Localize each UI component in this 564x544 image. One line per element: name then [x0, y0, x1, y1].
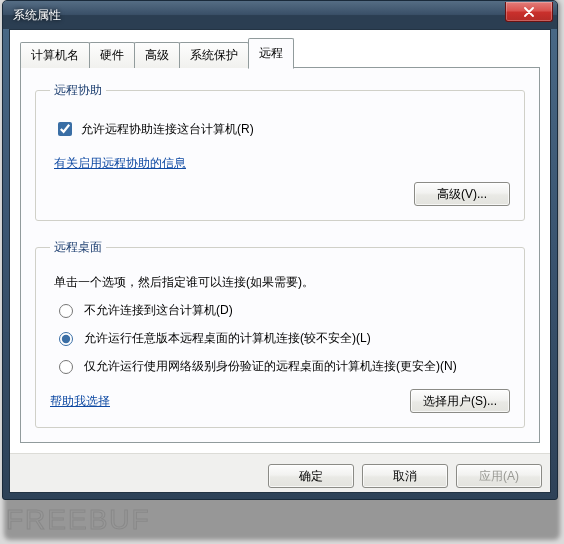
apply-button[interactable]: 应用(A) [456, 464, 542, 488]
tab-strip: 计算机名 硬件 高级 系统保护 远程 [20, 38, 540, 68]
tab-label: 硬件 [100, 48, 124, 62]
tab-label: 计算机名 [31, 48, 79, 62]
client-area: 计算机名 硬件 高级 系统保护 远程 远程协助 允许远程协助连接这台计算机(R)… [9, 29, 551, 493]
tab-label: 系统保护 [190, 48, 238, 62]
allow-remote-assist-label[interactable]: 允许远程协助连接这台计算机(R) [81, 121, 254, 138]
rd-option-label[interactable]: 仅允许运行使用网络级别身份验证的远程桌面的计算机连接(更安全)(N) [84, 357, 457, 375]
titlebar[interactable]: 系统属性 [3, 1, 557, 29]
help-me-choose-link[interactable]: 帮助我选择 [50, 393, 110, 410]
remote-assist-info-link[interactable]: 有关启用远程协助的信息 [54, 156, 186, 170]
tab-system-protection[interactable]: 系统保护 [179, 42, 249, 68]
remote-desktop-description: 单击一个选项，然后指定谁可以连接(如果需要)。 [54, 274, 510, 291]
cancel-button[interactable]: 取消 [362, 464, 448, 488]
rd-option-any-version[interactable] [59, 332, 73, 346]
group-remote-desktop: 远程桌面 单击一个选项，然后指定谁可以连接(如果需要)。 不允许连接到这台计算机… [35, 239, 525, 428]
ok-button[interactable]: 确定 [268, 464, 354, 488]
tab-panel-remote: 远程协助 允许远程协助连接这台计算机(R) 有关启用远程协助的信息 高级(V).… [20, 67, 540, 443]
dialog-button-row: 确定 取消 应用(A) [10, 453, 550, 492]
system-properties-window: 系统属性 计算机名 硬件 高级 系统保护 远程 远程协助 允许远程协助连接这台计… [2, 0, 558, 500]
window-title: 系统属性 [13, 7, 61, 24]
group-legend: 远程协助 [50, 82, 106, 99]
group-legend: 远程桌面 [50, 239, 106, 256]
remote-assist-advanced-button[interactable]: 高级(V)... [414, 182, 510, 206]
tab-label: 远程 [259, 46, 283, 60]
allow-remote-assist-checkbox[interactable] [58, 122, 72, 136]
rd-option-label[interactable]: 不允许连接到这台计算机(D) [84, 301, 233, 319]
rd-option-nla-only[interactable] [59, 360, 73, 374]
close-icon [523, 7, 535, 17]
rd-option-label[interactable]: 允许运行任意版本远程桌面的计算机连接(较不安全)(L) [84, 329, 371, 347]
group-remote-assist: 远程协助 允许远程协助连接这台计算机(R) 有关启用远程协助的信息 高级(V).… [35, 82, 525, 221]
select-users-button[interactable]: 选择用户(S)... [410, 389, 510, 413]
tab-advanced[interactable]: 高级 [134, 42, 180, 68]
tab-remote[interactable]: 远程 [248, 38, 294, 69]
close-button[interactable] [505, 2, 553, 22]
tab-computer-name[interactable]: 计算机名 [20, 42, 90, 68]
rd-option-disallow[interactable] [59, 304, 73, 318]
tab-label: 高级 [145, 48, 169, 62]
tab-hardware[interactable]: 硬件 [89, 42, 135, 68]
